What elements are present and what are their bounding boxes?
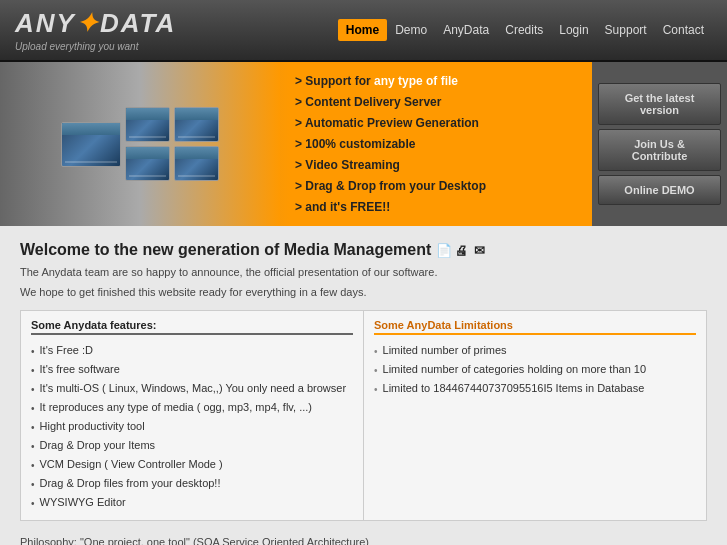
limitations-header: Some AnyData Limitations	[374, 319, 696, 335]
philosophy-section: Philosophy: "One project, one tool" (SOA…	[20, 533, 707, 545]
feature-5: > Video Streaming	[295, 156, 577, 174]
logo-area: ANY✦DATA Upload everything you want	[15, 8, 176, 52]
join-contribute-button[interactable]: Join Us & Contribute	[598, 129, 721, 171]
feature-6: > Drag & Drop from your Desktop	[295, 177, 577, 195]
feature-list-item: •It reproduces any type of media ( ogg, …	[31, 398, 353, 417]
nav-item-contact[interactable]: Contact	[655, 19, 712, 41]
logo-star: ✦	[76, 8, 100, 38]
philosophy-text: Philosophy: "One project, one tool" (SOA…	[20, 533, 707, 545]
pdf-icon: 📄	[436, 243, 452, 257]
limitations-column: Some AnyData Limitations •Limited number…	[364, 311, 706, 520]
feature-list-item: •It's Free :D	[31, 341, 353, 360]
header: ANY✦DATA Upload everything you want Home…	[0, 0, 727, 62]
features-grid: Some Anydata features: •It's Free :D •It…	[20, 310, 707, 521]
nav-item-anydata[interactable]: AnyData	[435, 19, 497, 41]
screenshot-5	[174, 146, 219, 181]
print-icon: 🖨	[455, 243, 471, 257]
logo-tagline: Upload everything you want	[15, 41, 176, 52]
welcome-desc-1: The Anydata team are so happy to announc…	[20, 264, 707, 281]
main-content: Welcome to the new generation of Media M…	[0, 226, 727, 545]
get-latest-button[interactable]: Get the latest version	[598, 83, 721, 125]
welcome-desc-2: We hope to get finished this website rea…	[20, 284, 707, 301]
feature-list-item: •WYSIWYG Editor	[31, 493, 353, 512]
feature-list-item: •Drag & Drop your Items	[31, 436, 353, 455]
feature-list-item: •It's multi-OS ( Linux, Windows, Mac,,) …	[31, 379, 353, 398]
feature-4: > 100% customizable	[295, 135, 577, 153]
nav-item-login[interactable]: Login	[551, 19, 596, 41]
logo: ANY✦DATA	[15, 8, 176, 39]
feature-1: > Support for any type of file	[295, 72, 577, 90]
features-header: Some Anydata features:	[31, 319, 353, 335]
feature-list-item: •It's free software	[31, 360, 353, 379]
features-column: Some Anydata features: •It's Free :D •It…	[21, 311, 364, 520]
email-icon: ✉	[474, 243, 490, 257]
hero-screenshots	[0, 62, 280, 226]
nav-bar: Home Demo AnyData Credits Login Support …	[338, 19, 712, 41]
limitation-item: •Limited number of primes	[374, 341, 696, 360]
feature-2: > Content Delivery Server	[295, 93, 577, 111]
feature-7: > and it's FREE!!	[295, 198, 577, 216]
welcome-title: Welcome to the new generation of Media M…	[20, 241, 707, 259]
hero-banner: > Support for any type of file > Content…	[0, 62, 727, 226]
feature-list-item: •VCM Design ( View Controller Mode )	[31, 455, 353, 474]
screenshot-4	[174, 107, 219, 142]
feature-list-item: •Hight productivity tool	[31, 417, 353, 436]
hero-features: > Support for any type of file > Content…	[280, 62, 592, 226]
screenshot-1	[61, 122, 121, 167]
nav-item-home[interactable]: Home	[338, 19, 387, 41]
hero-sidebar: Get the latest version Join Us & Contrib…	[592, 62, 727, 226]
online-demo-button[interactable]: Online DEMO	[598, 175, 721, 205]
screenshot-2	[125, 107, 170, 142]
nav-item-credits[interactable]: Credits	[497, 19, 551, 41]
title-icons: 📄 🖨 ✉	[436, 243, 490, 257]
nav-item-support[interactable]: Support	[597, 19, 655, 41]
feature-list-item: •Drag & Drop files from your desktop!!	[31, 474, 353, 493]
limitation-item: •Limited number of categories holding on…	[374, 360, 696, 379]
screenshot-3	[125, 146, 170, 181]
nav-item-demo[interactable]: Demo	[387, 19, 435, 41]
limitation-item: •Limited to 184467440737095516I5 Items i…	[374, 379, 696, 398]
feature-3: > Automatic Preview Generation	[295, 114, 577, 132]
